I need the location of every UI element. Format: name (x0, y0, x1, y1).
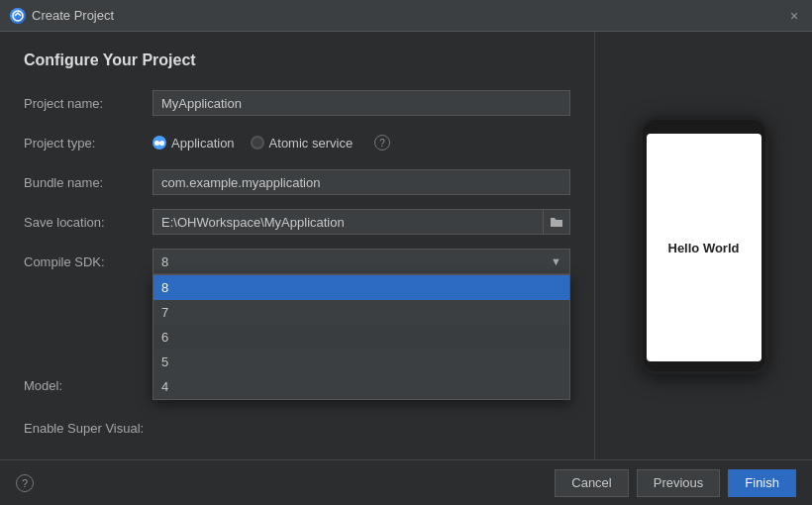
project-name-input[interactable] (152, 90, 570, 116)
project-type-label: Project type: (24, 136, 152, 151)
enable-super-visual-label: Enable Super Visual: (24, 421, 152, 436)
dropdown-item-8[interactable]: 8 (153, 275, 569, 300)
compile-sdk-arrow: ▼ (551, 255, 561, 267)
footer-left: ? (16, 474, 34, 492)
project-type-help-icon[interactable]: ? (374, 135, 390, 151)
dialog-footer: ? Cancel Previous Finish (0, 459, 812, 505)
dropdown-item-6[interactable]: 6 (153, 325, 569, 350)
compile-sdk-value: 8 (161, 254, 168, 269)
previous-button[interactable]: Previous (637, 469, 721, 497)
language-row: Language: (24, 454, 570, 459)
project-name-control (152, 90, 570, 116)
compile-sdk-dropdown: 8 7 6 5 4 (152, 274, 570, 400)
browse-folder-button[interactable] (543, 209, 570, 235)
save-location-label: Save location: (24, 215, 152, 230)
bundle-name-control (152, 169, 570, 195)
preview-panel: Hello World (594, 32, 812, 459)
bundle-name-row: Bundle name: (24, 168, 570, 196)
close-button[interactable]: × (786, 8, 802, 24)
radio-application-circle (152, 136, 166, 150)
project-type-row: Project type: Application Atomic service… (24, 129, 570, 156)
radio-application-label: Application (171, 136, 235, 151)
radio-atomic-label: Atomic service (269, 136, 354, 151)
create-project-dialog: Create Project × Configure Your Project … (0, 0, 812, 505)
dropdown-item-7[interactable]: 7 (153, 300, 569, 325)
dialog-title: Create Project (32, 8, 114, 23)
radio-atomic[interactable]: Atomic service (251, 136, 354, 151)
cancel-button[interactable]: Cancel (555, 469, 628, 497)
footer-help-icon[interactable]: ? (16, 474, 34, 492)
project-name-row: Project name: (24, 89, 570, 117)
save-location-row: Save location: (24, 208, 570, 236)
title-bar: Create Project × (0, 0, 812, 32)
dropdown-item-5[interactable]: 5 (153, 350, 569, 374)
hello-world-text: Hello World (668, 241, 740, 255)
compile-sdk-row: Compile SDK: 8 ▼ 8 7 6 5 4 (24, 248, 570, 275)
phone-preview: Hello World (640, 117, 768, 374)
phone-screen: Hello World (647, 134, 761, 361)
app-icon (10, 8, 26, 24)
project-type-control: Application Atomic service ? (152, 135, 570, 151)
bundle-name-input[interactable] (152, 169, 570, 195)
compile-sdk-select[interactable]: 8 ▼ (152, 249, 570, 274)
dialog-body: Configure Your Project Project name: Pro… (0, 32, 812, 459)
radio-application[interactable]: Application (152, 136, 235, 151)
bundle-name-label: Bundle name: (24, 175, 152, 190)
compile-sdk-label: Compile SDK: (24, 254, 152, 269)
save-location-input[interactable] (152, 209, 543, 235)
footer-right: Cancel Previous Finish (555, 469, 796, 497)
save-location-control (152, 209, 570, 235)
form-panel: Configure Your Project Project name: Pro… (0, 32, 594, 459)
dropdown-item-4[interactable]: 4 (153, 374, 569, 399)
finish-button[interactable]: Finish (728, 469, 796, 497)
compile-sdk-control: 8 ▼ 8 7 6 5 4 (152, 249, 570, 274)
model-label: Model: (24, 374, 152, 393)
radio-atomic-circle (251, 136, 264, 150)
enable-super-visual-row: Enable Super Visual: (24, 414, 570, 442)
project-name-label: Project name: (24, 96, 152, 111)
title-bar-left: Create Project (10, 8, 114, 24)
section-title: Configure Your Project (24, 51, 570, 69)
